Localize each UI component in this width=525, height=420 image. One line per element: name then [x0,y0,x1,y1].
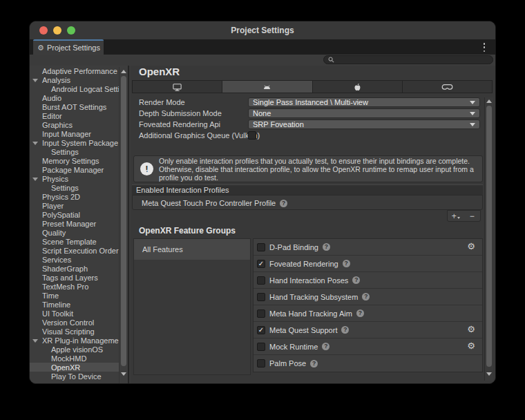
desktop-background: Project Settings ⚙ Project Settings [0,0,525,420]
sidebar-item-label: Editor [30,112,62,120]
sidebar-item[interactable]: XR Plug-in Management [30,336,119,345]
sidebar-item-label: Services [30,256,71,264]
tab-platform-android[interactable] [222,81,312,93]
sidebar-item[interactable]: Player [30,201,119,210]
sidebar-item[interactable]: Services [30,255,119,264]
sidebar-item[interactable]: Analysis [30,75,119,84]
sidebar-item[interactable]: Physics 2D [30,192,119,201]
sidebar-item[interactable]: MockHMD [30,354,119,363]
scroll-up-icon[interactable] [121,70,126,73]
sidebar-item[interactable]: Quality [30,228,119,237]
foldout-triangle-icon[interactable] [32,178,38,181]
feature-row: Hand Interaction Poses ? [254,272,482,289]
search-input[interactable] [337,56,488,64]
scroll-down-icon[interactable] [121,372,126,376]
sidebar-item[interactable]: Burst AOT Settings [30,102,119,111]
feature-checkbox[interactable] [257,309,265,318]
sidebar-item[interactable]: UI Toolkit [30,309,119,318]
panel-scroll-thumb[interactable] [486,106,492,367]
platform-tabs [132,80,493,93]
sidebar-item[interactable]: Package Manager [30,165,119,174]
sidebar-item[interactable]: Script Execution Order [30,246,119,255]
help-icon[interactable]: ? [343,260,350,267]
help-icon[interactable]: ? [352,276,360,284]
feature-checkbox[interactable] [257,293,265,301]
feature-label: Mock Runtime [269,343,318,351]
additional-graphics-queue-checkbox[interactable] [248,131,256,140]
foldout-triangle-icon[interactable] [32,339,38,343]
android-icon [262,82,272,91]
title-bar[interactable]: Project Settings [30,21,495,39]
add-profile-button[interactable]: + [448,211,464,221]
help-icon[interactable]: ? [356,309,364,317]
sidebar-item-label: Input Manager [30,130,91,138]
sidebar-item[interactable]: Time [30,291,119,300]
feature-checkbox[interactable]: ✓ [257,260,265,268]
search-field[interactable] [323,55,493,64]
interaction-profile-row[interactable]: Meta Quest Touch Pro Controller Profile … [133,195,482,211]
help-icon[interactable]: ? [310,360,318,368]
feature-label: Palm Pose [269,359,306,368]
sidebar-item[interactable]: Input System Package [30,138,119,147]
sidebar-item[interactable]: Settings [30,183,119,192]
sidebar-item[interactable]: Scene Template [30,237,119,246]
help-icon[interactable]: ? [322,343,330,350]
sidebar-item[interactable]: Physics [30,174,119,183]
render-mode-dropdown[interactable]: Single Pass Instanced \ Multi-view [248,97,480,107]
scroll-down-icon[interactable] [486,372,492,376]
tab-platform-pc[interactable] [133,81,222,93]
sidebar-item[interactable]: Settings [30,147,119,156]
depth-submission-dropdown[interactable]: None [248,108,480,118]
sidebar-item[interactable]: Apple visionOS [30,345,119,354]
sidebar-item[interactable]: Android Logcat Settings [30,84,119,93]
feature-checkbox[interactable] [257,243,265,251]
sidebar-scroll-thumb[interactable] [121,76,126,366]
help-icon[interactable]: ? [280,200,287,207]
sidebar-item[interactable]: Play To Device [30,372,119,381]
tab-project-settings[interactable]: ⚙ Project Settings [33,39,104,55]
feature-checkbox[interactable] [257,359,265,368]
sidebar-item[interactable]: ShaderGraph [30,264,119,273]
feature-row: ✓ Meta Quest Support ? ⚙ [254,322,482,338]
feature-settings-gear-icon[interactable]: ⚙ [467,341,475,350]
scroll-up-icon[interactable] [486,99,492,103]
sidebar-item[interactable]: Audio [30,93,119,102]
sidebar-item[interactable]: Version Control [30,318,119,327]
settings-sidebar: Adaptive Performance Analysis Android Lo… [30,66,129,384]
feature-checkbox[interactable] [257,276,265,285]
feature-settings-gear-icon[interactable]: ⚙ [467,242,475,251]
tab-platform-vr[interactable] [403,81,492,93]
remove-profile-button[interactable]: − [464,211,481,221]
feature-checkbox[interactable]: ✓ [257,326,265,334]
help-icon[interactable]: ? [362,293,370,300]
sidebar-item-label: Preset Manager [30,220,96,228]
help-icon[interactable]: ? [323,243,330,251]
apple-icon [353,82,362,92]
section-header-interaction-profiles[interactable]: Enabled Interaction Profiles [132,184,483,195]
sidebar-item[interactable]: Input Manager [30,129,119,138]
tab-platform-apple[interactable] [313,81,403,93]
panel-scrollbar[interactable] [484,97,493,381]
sidebar-item[interactable]: OpenXR [30,363,119,372]
foveated-rendering-api-dropdown[interactable]: SRP Foveation [248,120,480,129]
sidebar-item[interactable]: Preset Manager [30,219,119,228]
sidebar-item[interactable]: Memory Settings [30,156,119,165]
feature-checkbox[interactable] [257,343,265,351]
kebab-menu-icon[interactable] [481,43,487,52]
feature-group-item[interactable]: All Features [134,239,250,260]
foldout-triangle-icon[interactable] [32,142,38,145]
sidebar-item[interactable]: Editor [30,111,119,120]
sidebar-item[interactable]: TextMesh Pro [30,282,119,291]
sidebar-item[interactable]: Timeline [30,300,119,309]
feature-settings-gear-icon[interactable]: ⚙ [467,325,475,334]
sidebar-item-label: Timeline [30,300,70,309]
sidebar-item[interactable]: Graphics [30,120,119,129]
sidebar-item[interactable]: Visual Scripting [30,327,119,336]
sidebar-item[interactable]: PolySpatial [30,210,119,219]
sidebar-scrollbar[interactable] [119,67,128,383]
foldout-triangle-icon[interactable] [32,79,38,82]
project-settings-window: Project Settings ⚙ Project Settings [29,21,496,384]
sidebar-item[interactable]: Tags and Layers [30,273,119,282]
help-icon[interactable]: ? [341,326,349,334]
sidebar-item[interactable]: Adaptive Performance [30,66,119,75]
